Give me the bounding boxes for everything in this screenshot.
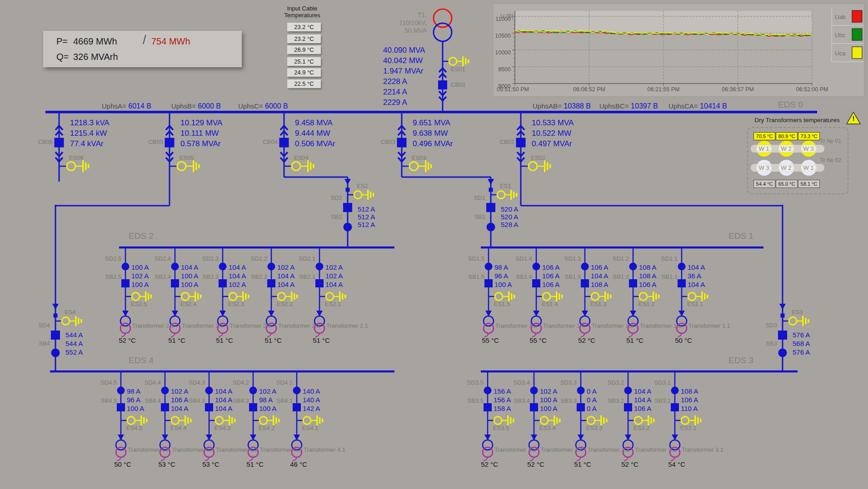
sb-device[interactable] [171,279,179,287]
sd-device[interactable] [484,387,492,395]
earth-switch[interactable] [783,316,809,326]
earth-switch[interactable] [488,415,514,425]
sb-device[interactable] [484,279,493,287]
sd-device[interactable] [533,263,540,271]
sb-device[interactable] [487,223,495,232]
sb-device[interactable] [530,403,538,411]
sd-device[interactable] [161,387,169,395]
sb-device[interactable] [267,279,275,287]
sb-device[interactable] [629,279,637,287]
earth-switch[interactable] [682,291,708,301]
earth-switch[interactable] [253,415,280,425]
sd-device[interactable] [171,263,179,271]
sd-device[interactable] [219,263,227,271]
current-value: 104 A [215,396,232,404]
sd-device[interactable] [117,387,125,395]
circuit-breaker[interactable] [397,138,407,148]
earth-switch[interactable] [628,415,655,425]
disconnector[interactable] [54,314,58,318]
sd-device[interactable] [577,387,585,395]
earth-switch[interactable] [633,291,660,301]
earth-switch[interactable] [175,291,202,301]
es-label: ES1.3 [590,301,606,308]
earth-switch[interactable] [521,160,551,172]
earth-switch[interactable] [271,291,298,301]
transformer-temp: 51 °C [264,337,282,345]
earth-switch[interactable] [585,291,612,301]
sd-device[interactable] [629,263,637,271]
sd-device[interactable] [293,387,301,395]
sb-label: SB2 [331,214,342,221]
sb-device[interactable] [293,403,301,411]
sb-device[interactable] [577,403,585,411]
sb-device[interactable] [532,279,540,287]
sd-device[interactable] [778,331,787,340]
sb-device[interactable] [205,403,213,411]
sd-device[interactable] [249,387,257,395]
earth-switch[interactable] [491,190,518,200]
disconnector[interactable] [489,188,493,192]
sb-device[interactable] [484,403,492,411]
section-title: EDS 4 [129,356,154,365]
sd-device[interactable] [530,387,538,395]
sd-device[interactable] [316,263,324,271]
sd-device[interactable] [671,387,679,395]
earth-switch[interactable] [297,415,324,425]
earth-switch[interactable] [121,415,148,425]
sb-device[interactable] [219,279,227,287]
sd-device[interactable] [485,263,493,271]
earth-switch[interactable] [125,291,152,301]
sb-device[interactable] [581,279,589,287]
sd-device[interactable] [205,387,213,395]
earth-switch[interactable] [319,291,346,301]
sb-device[interactable] [315,279,324,287]
circuit-breaker[interactable] [55,138,64,148]
sd-device[interactable] [486,203,495,212]
earth-switch[interactable] [59,160,90,172]
earth-switch[interactable] [165,415,192,425]
earth-switch[interactable] [223,291,249,301]
circuit-breaker[interactable] [279,138,289,148]
sb-device[interactable] [249,403,257,411]
earth-switch[interactable] [675,415,702,425]
sb-device[interactable] [344,223,352,232]
sb-device[interactable] [678,279,686,287]
sd-device[interactable] [268,263,275,271]
sd-device[interactable] [51,331,60,340]
t1-measurement: 2214 A [383,88,407,96]
earth-switch[interactable] [489,291,515,301]
current-value: 98 A [127,388,140,395]
sb-device[interactable] [778,349,787,357]
sb-device[interactable] [121,279,130,287]
disconnector[interactable] [346,188,350,192]
earth-switch[interactable] [55,316,82,326]
disconnector[interactable] [781,314,785,318]
earth-switch[interactable] [170,160,200,172]
sd-device[interactable] [122,263,130,271]
earth-switch[interactable] [443,56,469,66]
earth-switch[interactable] [536,291,563,301]
earth-switch[interactable] [284,160,314,172]
sd-device[interactable] [581,263,589,271]
earth-switch[interactable] [581,415,608,425]
sb-device[interactable] [51,349,60,357]
sd-device[interactable] [624,387,632,395]
current-value: 104 A [688,281,705,289]
es-label: ES2.1 [325,301,341,308]
earth-switch[interactable] [534,415,561,425]
sb-device[interactable] [117,403,125,411]
circuit-breaker[interactable] [165,138,175,148]
sd-device[interactable] [343,203,352,212]
sd-label: SD4.4 [145,380,161,386]
sd-device[interactable] [678,263,686,271]
circuit-breaker[interactable] [438,80,447,89]
feeder-measurement: 0.578 MVAr [180,139,221,148]
circuit-breaker[interactable] [516,138,526,148]
sb-device[interactable] [161,403,169,411]
sb-device[interactable] [624,403,632,411]
earth-switch[interactable] [209,415,236,425]
earth-switch[interactable] [348,190,374,200]
sb-device[interactable] [671,403,679,411]
earth-switch[interactable] [402,160,432,172]
sb-label: SB3.2 [608,398,624,405]
